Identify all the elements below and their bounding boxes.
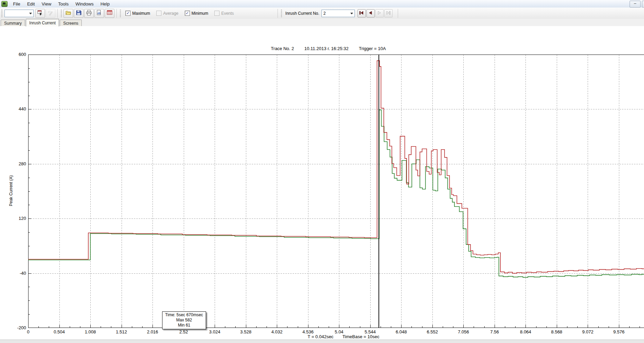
tooltip-time: Time: 5sec 670msec bbox=[162, 312, 206, 318]
x-tick-label: 9.576 bbox=[605, 329, 633, 334]
chevron-down-icon bbox=[350, 13, 353, 14]
x-tick-label: 2.016 bbox=[139, 329, 166, 334]
x-tick-label: 0 bbox=[14, 329, 42, 334]
checkbox-icon: ✓ bbox=[185, 11, 190, 16]
chart-title: Trace No. 2 10.11.2013 г. 16:25:32 Trigg… bbox=[191, 46, 466, 51]
open-button[interactable] bbox=[64, 9, 73, 18]
trace-datetime-label: 10.11.2013 г. 16:25:32 bbox=[304, 46, 349, 51]
menu-item-tools[interactable]: Tools bbox=[55, 1, 72, 7]
toolbar-grip bbox=[120, 10, 121, 17]
x-tick-label: 0.504 bbox=[46, 329, 73, 334]
capture-button[interactable] bbox=[35, 9, 45, 18]
y-tick-label: 280 bbox=[2, 161, 26, 166]
toolbar-separator bbox=[57, 9, 58, 18]
y-tick-label: 120 bbox=[2, 216, 26, 221]
inrush-selector-label: Inrush Current No. bbox=[285, 11, 319, 16]
toolbar-separator bbox=[278, 9, 278, 18]
toolbar-separator bbox=[398, 9, 398, 18]
inrush-number-combo[interactable]: 2 bbox=[321, 10, 355, 17]
checkbox-icon bbox=[156, 11, 161, 16]
menu-item-file[interactable]: File bbox=[10, 1, 24, 7]
menu-item-view[interactable]: View bbox=[38, 1, 55, 7]
annotate-icon: 17 bbox=[47, 10, 54, 17]
toolbar-grip bbox=[281, 10, 282, 17]
export-txt-button[interactable] bbox=[105, 9, 114, 18]
y-tick-label: 440 bbox=[2, 106, 26, 111]
x-tick-label: 7.056 bbox=[450, 329, 477, 334]
checkbox-label: Average bbox=[163, 11, 178, 16]
last-icon bbox=[386, 11, 391, 16]
plot-area[interactable] bbox=[28, 55, 644, 328]
previous-record-button[interactable] bbox=[366, 9, 375, 17]
average-checkbox[interactable]: Average bbox=[156, 11, 178, 16]
x-tick-label: 6.048 bbox=[387, 329, 415, 334]
tooltip-min: Min 61 bbox=[162, 323, 206, 328]
toolbar-separator bbox=[116, 9, 117, 18]
minimize-button[interactable]: – bbox=[630, 1, 641, 8]
sample-period-label: T = 0.042sec bbox=[308, 334, 334, 339]
print-button[interactable] bbox=[84, 9, 94, 18]
inrush-number-value: 2 bbox=[324, 11, 326, 16]
chevron-down-icon bbox=[29, 13, 32, 14]
toolbar: 17 ✓MaximumAverage✓MinimumEvents Inrush … bbox=[0, 8, 644, 19]
x-tick-label: 3.528 bbox=[232, 329, 260, 334]
x-tick-label: 8.568 bbox=[543, 329, 570, 334]
x-tick-label: 2.52 bbox=[170, 329, 197, 334]
menu-item-windows[interactable]: Windows bbox=[72, 1, 97, 7]
x-tick-label: 3.024 bbox=[201, 329, 228, 334]
next-record-button[interactable] bbox=[375, 9, 384, 17]
tab-inrush-current[interactable]: Inrush Current bbox=[26, 19, 59, 26]
toolbar-grip bbox=[1, 10, 2, 17]
checkbox-icon bbox=[214, 11, 219, 16]
y-tick-label: -40 bbox=[2, 271, 26, 276]
menu-item-help[interactable]: Help bbox=[97, 1, 113, 7]
checkbox-label: Events bbox=[221, 11, 234, 16]
last-record-button[interactable] bbox=[384, 9, 393, 17]
next-icon bbox=[377, 11, 382, 16]
menu-item-edit[interactable]: Edit bbox=[24, 1, 38, 7]
checkbox-label: Maximum bbox=[132, 11, 150, 16]
first-record-button[interactable] bbox=[358, 9, 366, 17]
chart-page: Trace No. 2 10.11.2013 г. 16:25:32 Trigg… bbox=[0, 26, 644, 340]
x-tick-label: 5.04 bbox=[325, 329, 353, 334]
previous-icon bbox=[368, 11, 373, 16]
x-tick-label: 1.512 bbox=[108, 329, 135, 334]
capture-icon bbox=[37, 10, 43, 17]
report-icon bbox=[96, 10, 102, 17]
trace-number-label: Trace No. 2 bbox=[271, 46, 294, 51]
events-checkbox[interactable]: Events bbox=[214, 11, 234, 16]
trace-combo[interactable] bbox=[4, 10, 34, 17]
open-icon bbox=[65, 10, 71, 17]
tooltip-max: Max 582 bbox=[162, 318, 206, 323]
toolbar-grip bbox=[61, 10, 62, 17]
chart-footer: T = 0.042sec TimeBase = 10sec bbox=[206, 334, 481, 339]
y-tick-label: 600 bbox=[2, 52, 26, 57]
x-tick-label: 1.008 bbox=[77, 329, 104, 334]
tab-bar: SummaryInrush CurrentScreens bbox=[0, 19, 644, 26]
y-axis-title: Peak Current (A) bbox=[9, 170, 13, 211]
window-button-partial[interactable] bbox=[642, 1, 644, 8]
x-tick-label: 8.064 bbox=[512, 329, 539, 334]
cursor-tooltip: Time: 5sec 670msec Max 582 Min 61 bbox=[162, 311, 206, 329]
app-icon bbox=[1, 1, 8, 7]
minimum-trace bbox=[28, 110, 644, 277]
first-icon bbox=[359, 11, 364, 16]
tab-summary[interactable]: Summary bbox=[1, 20, 25, 26]
menu-bar: FileEditViewToolsWindowsHelp – bbox=[0, 0, 644, 8]
maximum-checkbox[interactable]: ✓Maximum bbox=[125, 11, 150, 16]
tab-screens[interactable]: Screens bbox=[60, 20, 82, 26]
x-tick-label: 6.552 bbox=[419, 329, 446, 334]
checkbox-label: Minimum bbox=[192, 11, 208, 16]
x-tick-label: 5.544 bbox=[357, 329, 384, 334]
timebase-label: TimeBase = 10sec bbox=[342, 334, 380, 339]
print-icon bbox=[86, 10, 92, 17]
save-button[interactable] bbox=[74, 9, 83, 18]
annotate-button[interactable]: 17 bbox=[46, 9, 55, 18]
minimum-checkbox[interactable]: ✓Minimum bbox=[185, 11, 208, 16]
trigger-label: Trigger = 10A bbox=[359, 46, 386, 51]
export-txt-icon bbox=[106, 10, 113, 17]
save-icon bbox=[76, 10, 82, 17]
report-button[interactable] bbox=[94, 9, 104, 18]
x-tick-label: 7.56 bbox=[481, 329, 508, 334]
svg-text:17: 17 bbox=[48, 10, 50, 13]
